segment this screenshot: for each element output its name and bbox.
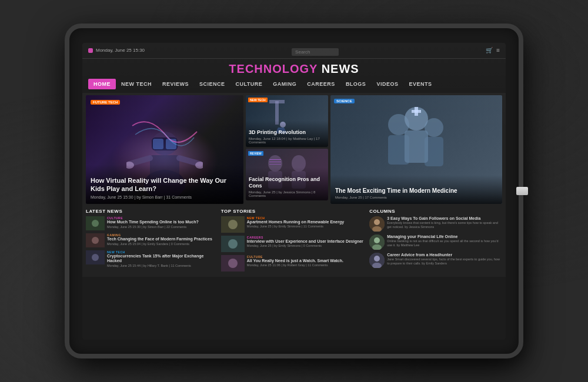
nav-events[interactable]: EVENTS	[403, 79, 437, 89]
title-news: NEWS	[318, 62, 359, 75]
mid-card-1[interactable]: NEW TECH 3D Printing Revolution Monday, …	[246, 95, 328, 147]
news-title-3: Cryptocurrencies Tank 15% after Major Ex…	[107, 254, 219, 264]
mid-card-2-badge: REVIEW	[248, 151, 263, 156]
column-item-3[interactable]: Career Advice from a Headhunter Jane Sma…	[369, 253, 502, 268]
col-title-1: 3 Easy Ways To Gain Followers on Social …	[387, 216, 502, 221]
headphone-connector	[516, 187, 528, 195]
col-meta-1: Everybody knows that content is king, bu…	[387, 221, 502, 229]
col-title-3: Career Advice from a Headhunter	[387, 253, 502, 257]
hero-overlay: How Virtual Reality will Change the Way …	[86, 165, 243, 204]
hero-meta: Monday, June 25 15:30 | by Simon Barr | …	[91, 195, 239, 199]
story-content-3: CULTURE All You Really Need is just a Wa…	[247, 255, 343, 267]
news-meta-1: Monday, June 25 15:30 | by Simon Barr | …	[107, 225, 199, 229]
nav-culture[interactable]: CULTURE	[230, 79, 268, 89]
hero-title: How Virtual Reality will Change the Way …	[91, 176, 239, 193]
right-card-overlay: The Most Exciting Time in Modern Medicin…	[330, 175, 502, 204]
nav-home[interactable]: HOME	[88, 79, 116, 89]
top-bar-left: Monday, June 25 15:30	[88, 48, 145, 53]
title-tech: TECHNOLOGY	[229, 62, 318, 75]
news-content-2: GAMING Tech Changing the Face of Modern …	[107, 233, 212, 246]
svg-point-39	[228, 259, 238, 268]
svg-point-33	[92, 254, 99, 261]
status-indicator	[88, 48, 93, 53]
svg-point-41	[374, 219, 380, 225]
col-meta-2: Online banking is not as that difficult …	[387, 239, 502, 247]
col-content-3: Career Advice from a Headhunter Jane Sma…	[387, 253, 502, 266]
mid-card-1-meta: Monday, June 12 18:04 | by Matthew Lay |…	[249, 137, 325, 144]
news-title-2: Tech Changing the Face of Modern Farming…	[107, 237, 212, 242]
bottom-section: LATEST NEWS CULTURE How Much Time Spendi…	[82, 206, 506, 277]
svg-rect-11	[269, 100, 285, 103]
svg-point-37	[228, 239, 238, 249]
col-thumb-3	[369, 253, 385, 268]
news-meta-3: Monday, June 25 15:44 | by Hillary T. Ba…	[107, 264, 219, 267]
nav-careers[interactable]: CAREERS	[302, 79, 340, 89]
col-thumb-1	[369, 216, 385, 232]
svg-rect-25	[405, 130, 428, 163]
story-item-1[interactable]: NEW TECH Apartment Homes Running on Rene…	[221, 216, 367, 233]
site-title-area: TECHNOLOGY NEWS	[82, 59, 506, 79]
hero-badge: FUTURE TECH	[91, 100, 120, 105]
news-item-2[interactable]: GAMING Tech Changing the Face of Modern …	[86, 233, 219, 247]
story-content-1: NEW TECH Apartment Homes Running on Rene…	[247, 216, 344, 228]
nav-science[interactable]: SCIENCE	[194, 79, 230, 89]
right-card[interactable]: SCIENCE The Most Exciting Time in Modern…	[330, 95, 502, 204]
svg-rect-18	[269, 162, 281, 162]
news-thumb-3	[86, 250, 105, 264]
mid-card-1-badge: NEW TECH	[248, 98, 268, 102]
columns-section: COLUMNS 3 Easy Ways To Gain Followers on…	[369, 209, 502, 274]
nav-videos[interactable]: VIDEOS	[371, 79, 403, 89]
latest-news-section: LATEST NEWS CULTURE How Much Time Spendi…	[86, 209, 219, 274]
story-thumb-2	[221, 236, 245, 252]
top-stories-section: TOP STORIES NEW TECH Apartment Homes Run…	[221, 209, 367, 274]
tablet-screen: Monday, June 25 15:30 🛒 ≡ TECHNOLOGY NEW…	[82, 43, 506, 340]
story-item-2[interactable]: CAREERS Interview with User Experience a…	[221, 236, 367, 252]
nav-new-tech[interactable]: NEW TECH	[116, 79, 157, 89]
menu-icon[interactable]: ≡	[496, 47, 500, 53]
news-item-3[interactable]: NEW TECH Cryptocurrencies Tank 15% after…	[86, 250, 219, 268]
svg-rect-9	[166, 139, 176, 149]
column-item-2[interactable]: Managing your Financial Life Online Onli…	[369, 234, 502, 250]
story-thumb-1	[221, 216, 245, 233]
columns-title: COLUMNS	[369, 209, 502, 214]
svg-point-35	[228, 220, 238, 229]
story-thumb-3	[221, 255, 245, 272]
svg-point-29	[92, 220, 99, 227]
svg-line-3	[179, 158, 200, 164]
mid-card-2-title: Facial Recognition Pros and Cons	[249, 176, 325, 189]
news-thumb-1	[86, 216, 105, 230]
site-title: TECHNOLOGY NEWS	[229, 62, 359, 75]
news-thumb-2	[86, 233, 105, 247]
column-item-1[interactable]: 3 Easy Ways To Gain Followers on Social …	[369, 216, 502, 232]
nav-blogs[interactable]: BLOGS	[340, 79, 372, 89]
news-item-1[interactable]: CULTURE How Much Time Spending Online is…	[86, 216, 219, 230]
middle-column: NEW TECH 3D Printing Revolution Monday, …	[246, 95, 328, 204]
top-stories-title: TOP STORIES	[221, 209, 367, 214]
story-title-1: Apartment Homes Running on Renewable Ene…	[247, 220, 344, 224]
right-card-meta: Monday, June 25 | 17 Comments	[335, 196, 497, 199]
cart-icon[interactable]: 🛒	[486, 47, 493, 53]
svg-point-47	[374, 256, 380, 262]
story-content-2: CAREERS Interview with User Experience a…	[247, 236, 363, 247]
hero-card[interactable]: FUTURE TECH How Virtual Reality will Cha…	[86, 95, 243, 204]
story-meta-1: Monday, June 25 | by Emily Simmons | 11 …	[247, 224, 344, 228]
story-title-2: Interview with User Experience and User …	[247, 239, 363, 244]
mid-card-2[interactable]: REVIEW Facial Recognition Pros and Cons …	[246, 149, 328, 200]
news-meta-2: Monday, June 25 15:04 | by Emily Sanders…	[107, 242, 212, 246]
nav-gaming[interactable]: GAMING	[268, 79, 302, 89]
right-card-title: The Most Exciting Time in Modern Medicin…	[335, 187, 497, 195]
tablet-device: Monday, June 25 15:30 🛒 ≡ TECHNOLOGY NEW…	[65, 24, 523, 358]
nav-reviews[interactable]: REVIEWS	[157, 79, 194, 89]
search-input[interactable]	[292, 48, 339, 56]
story-title-3: All You Really Need is just a Watch. Sma…	[247, 259, 343, 263]
svg-line-2	[129, 158, 150, 164]
col-meta-3: Jane Smart discovered several tips, fact…	[387, 257, 502, 266]
col-content-2: Managing your Financial Life Online Onli…	[387, 234, 502, 248]
main-content: FUTURE TECH How Virtual Reality will Cha…	[82, 93, 506, 206]
news-content-3: NEW TECH Cryptocurrencies Tank 15% after…	[107, 250, 219, 268]
col-thumb-2	[369, 234, 385, 250]
svg-rect-7	[152, 138, 178, 150]
story-item-3[interactable]: CULTURE All You Really Need is just a Wa…	[221, 255, 367, 272]
story-meta-2: Monday, June 25 | by Emily Simmons | 0 C…	[247, 244, 363, 247]
news-content-1: CULTURE How Much Time Spending Online is…	[107, 216, 199, 229]
